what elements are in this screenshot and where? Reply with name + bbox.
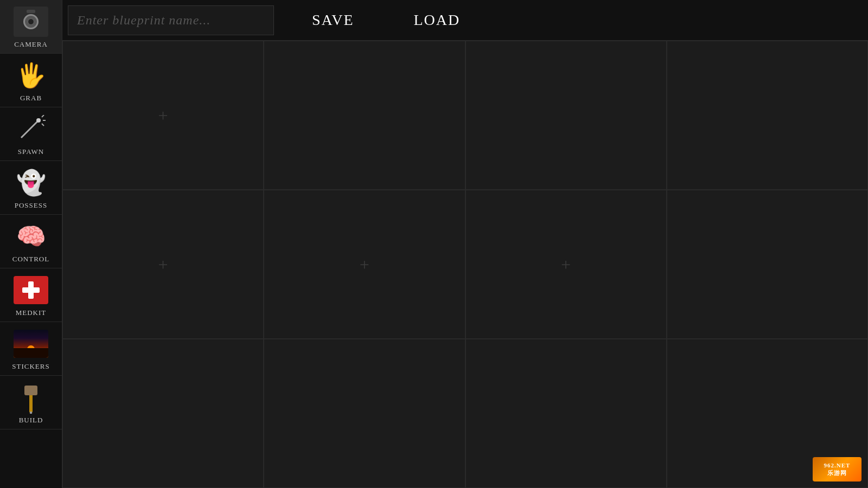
grid-cell-2-1[interactable] xyxy=(264,339,465,488)
topbar: Save Load xyxy=(62,0,868,41)
grid-cell-1-2[interactable]: + xyxy=(465,190,667,339)
sidebar-label-possess: Possess xyxy=(15,201,47,210)
grid-cell-1-3[interactable] xyxy=(667,190,868,339)
grid-cell-0-3[interactable] xyxy=(667,41,868,190)
sidebar-item-medkit[interactable]: Medkit xyxy=(0,268,62,322)
svg-line-2 xyxy=(42,115,44,117)
sidebar-item-possess[interactable]: 👻 Possess xyxy=(0,161,62,215)
sidebar-item-stickers[interactable]: Stickers xyxy=(0,322,62,376)
sidebar: Camera 🖐 Grab Spawn 👻 Possess 🧠 Control xyxy=(0,0,62,488)
svg-rect-7 xyxy=(30,412,32,414)
stickers-icon xyxy=(14,326,48,361)
sidebar-label-control: Control xyxy=(12,255,49,264)
grid-plus-1-0: + xyxy=(158,256,168,273)
svg-line-4 xyxy=(42,124,44,126)
sidebar-item-grab[interactable]: 🖐 Grab xyxy=(0,54,62,107)
blueprint-grid: + + + + xyxy=(62,41,868,488)
sidebar-label-medkit: Medkit xyxy=(16,309,47,317)
camera-icon xyxy=(14,4,48,39)
grid-cell-2-0[interactable] xyxy=(62,339,264,488)
load-button[interactable]: Load xyxy=(392,5,482,35)
possess-icon: 👻 xyxy=(14,165,48,200)
sidebar-label-spawn: Spawn xyxy=(18,147,44,156)
blueprint-name-input[interactable] xyxy=(68,5,274,35)
sidebar-item-build[interactable]: Build xyxy=(0,376,62,429)
watermark-line2: 乐游网 xyxy=(827,470,847,476)
grid-cell-2-2[interactable] xyxy=(465,339,667,488)
svg-line-0 xyxy=(21,121,37,138)
grid-cell-0-0[interactable]: + xyxy=(62,41,264,190)
sidebar-item-control[interactable]: 🧠 Control xyxy=(0,215,62,268)
grid-plus-1-2: + xyxy=(561,256,571,273)
svg-point-1 xyxy=(36,118,41,123)
sidebar-item-spawn[interactable]: Spawn xyxy=(0,107,62,161)
sidebar-label-stickers: Stickers xyxy=(12,362,49,371)
grid-cell-1-0[interactable]: + xyxy=(62,190,264,339)
sidebar-item-camera[interactable]: Camera xyxy=(0,0,62,54)
grab-icon: 🖐 xyxy=(14,58,48,93)
save-button[interactable]: Save xyxy=(290,5,376,35)
grid-plus-1-1: + xyxy=(360,256,369,273)
control-icon: 🧠 xyxy=(14,219,48,254)
sidebar-label-build: Build xyxy=(19,416,43,425)
watermark-line1: 962.NET xyxy=(824,462,851,468)
grid-cell-0-1[interactable] xyxy=(264,41,465,190)
main-area: Save Load + + + + xyxy=(62,0,868,488)
spawn-icon xyxy=(14,112,48,146)
medkit-icon xyxy=(14,273,48,307)
build-icon xyxy=(14,380,48,415)
grid-cell-1-1[interactable]: + xyxy=(264,190,465,339)
watermark: 962.NET 乐游网 xyxy=(813,457,861,481)
sidebar-label-camera: Camera xyxy=(14,40,48,49)
sidebar-label-grab: Grab xyxy=(20,94,42,102)
svg-rect-6 xyxy=(24,386,37,395)
grid-cell-0-2[interactable] xyxy=(465,41,667,190)
grid-plus-0-0: + xyxy=(158,107,168,124)
